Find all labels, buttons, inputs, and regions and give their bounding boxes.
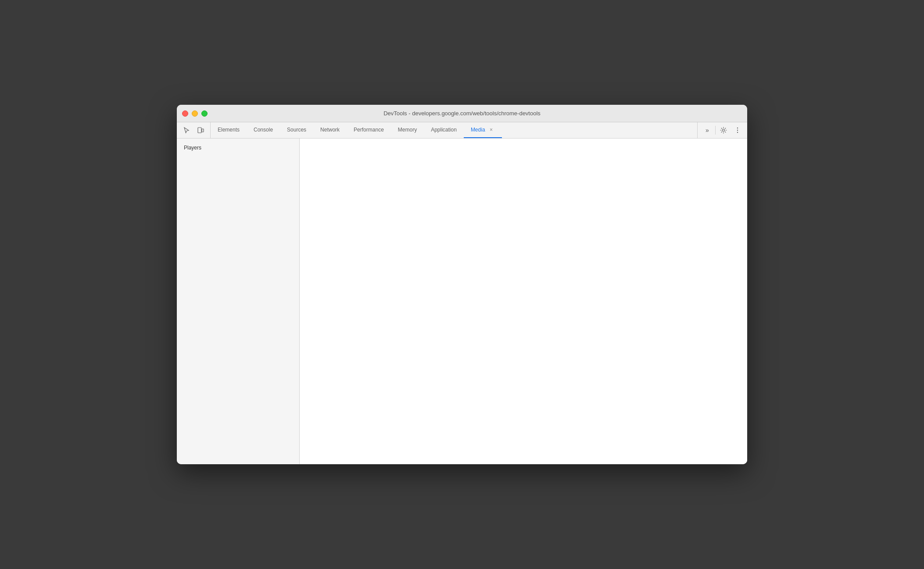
tab-close-media[interactable]: × xyxy=(488,126,495,133)
toolbar-icons xyxy=(177,122,211,138)
gear-icon xyxy=(720,127,727,134)
toolbar-right: » xyxy=(697,122,747,138)
device-toggle-button[interactable] xyxy=(194,124,207,136)
sidebar-players-label: Players xyxy=(177,142,299,153)
tab-sources[interactable]: Sources xyxy=(280,122,313,138)
tab-application[interactable]: Application xyxy=(424,122,464,138)
svg-point-3 xyxy=(737,128,738,128)
titlebar: DevTools - developers.google.com/web/too… xyxy=(177,105,747,122)
minimize-button[interactable] xyxy=(192,110,198,117)
cursor-icon xyxy=(183,127,190,134)
window-title: DevTools - developers.google.com/web/too… xyxy=(383,110,541,117)
tab-memory[interactable]: Memory xyxy=(391,122,424,138)
svg-point-5 xyxy=(737,132,738,133)
devtools-window: DevTools - developers.google.com/web/too… xyxy=(177,105,747,464)
overflow-button[interactable]: » xyxy=(701,124,713,136)
tab-console[interactable]: Console xyxy=(247,122,280,138)
separator xyxy=(715,126,716,135)
device-icon xyxy=(197,127,204,134)
window-controls xyxy=(182,110,208,117)
maximize-button[interactable] xyxy=(201,110,208,117)
tabs-bar: Elements Console Sources Network Perform… xyxy=(211,122,697,138)
ellipsis-vertical-icon xyxy=(734,127,741,134)
tab-elements[interactable]: Elements xyxy=(211,122,247,138)
tab-performance[interactable]: Performance xyxy=(347,122,391,138)
inspect-element-button[interactable] xyxy=(180,124,193,136)
tab-media[interactable]: Media × xyxy=(464,122,502,138)
sidebar-panel: Players xyxy=(177,139,300,464)
svg-rect-0 xyxy=(198,128,201,133)
main-content-panel xyxy=(300,139,747,464)
tab-network[interactable]: Network xyxy=(313,122,347,138)
devtools-toolbar: Elements Console Sources Network Perform… xyxy=(177,122,747,139)
svg-point-2 xyxy=(723,129,725,132)
devtools-content: Players xyxy=(177,139,747,464)
settings-button[interactable] xyxy=(717,124,730,136)
svg-point-4 xyxy=(737,130,738,131)
close-button[interactable] xyxy=(182,110,188,117)
svg-rect-1 xyxy=(202,129,204,132)
more-options-button[interactable] xyxy=(731,124,744,136)
